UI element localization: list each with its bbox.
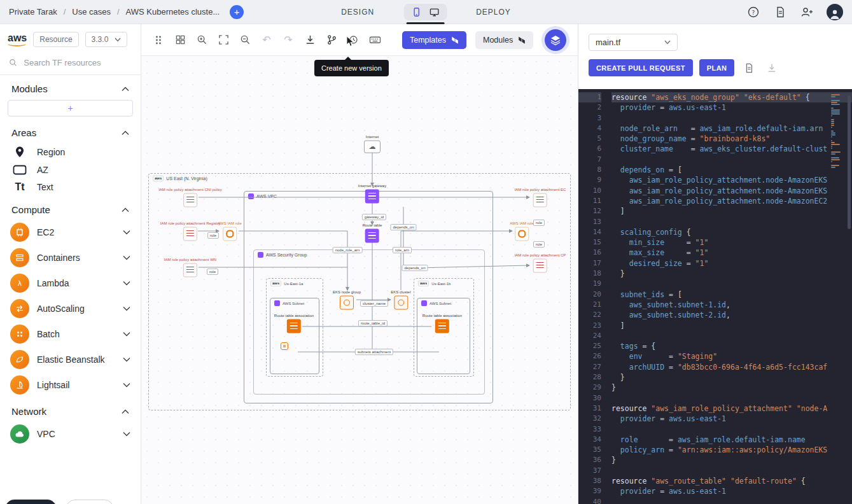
docs-icon[interactable] [773,5,787,19]
code-line[interactable]: resource "aws_route_table" "default-rout… [611,476,852,486]
code-line[interactable]: aws_subnet.subnet-1.id, [611,300,852,310]
section-modules[interactable]: Modules [0,75,141,99]
code-line[interactable]: tags = { [611,341,852,351]
plan-button[interactable]: PLAN [699,59,735,76]
sidebar-item-elastic-beanstalk[interactable]: Elastic Beanstalk [0,347,141,372]
code-line[interactable]: } [611,455,852,465]
subnet-extra-icon[interactable] [281,342,288,350]
search-input[interactable] [22,57,132,68]
breadcrumb-architecture[interactable]: AWS Kubernetes cluste... [126,7,220,17]
code-line[interactable]: provider = aws.us-east-1 [611,102,852,113]
code-line[interactable] [611,466,852,476]
create-pull-request-button[interactable]: CREATE PULL REQUEST [589,59,693,76]
code-line[interactable]: cluster_name = aws_eks_cluster.default-c… [611,144,852,154]
code-line[interactable] [611,497,852,504]
editor-scrollbar[interactable] [848,95,851,229]
download-code-icon[interactable] [764,60,780,76]
eks-node-group-node[interactable]: EKS node group [333,290,361,310]
route-table-association-2[interactable]: Route table association [423,314,462,333]
route-table-association-1[interactable]: Route table association [274,314,314,333]
chevron-down-icon[interactable] [123,255,130,260]
code-line[interactable]: aws_iam_role_policy_attachment.node-Amaz… [611,175,852,185]
chevron-up-icon[interactable] [122,87,129,92]
code-line[interactable]: } [611,269,852,279]
variables-button[interactable]: Variables [5,500,57,504]
code-line[interactable]: resource "aws_iam_role_policy_attachment… [611,403,852,414]
zoom-in-icon[interactable] [192,31,211,49]
templates-button[interactable]: Templates [402,31,466,49]
code-line[interactable]: archUUID = "db83bcc0-696a-4f64-a6d5-fcc1… [611,362,852,372]
breadcrumb-workspace[interactable]: Private Tarak [9,7,57,17]
chevron-down-icon[interactable] [123,357,130,362]
code-line[interactable]: } [611,372,852,382]
fit-view-icon[interactable] [214,31,233,49]
code-line[interactable]: } [611,382,852,393]
code-line[interactable] [611,331,852,341]
redo-icon[interactable]: ↷ [279,31,298,49]
code-lines[interactable]: resource "aws_eks_node_group" "eks-defau… [605,92,852,504]
sidebar-item-az[interactable]: AZ [0,162,141,178]
grid-toggle-icon[interactable] [171,31,190,49]
iam-attachment-cni-policy[interactable]: IAM role policy attachment CNI policy [158,188,222,207]
file-select[interactable]: main.tf [589,34,678,51]
code-line[interactable] [611,424,852,435]
code-line[interactable]: node_group_name = "brainboard-k8s" [611,134,852,144]
layers-button[interactable] [545,29,566,51]
section-areas[interactable]: Areas [0,119,141,143]
provider-version-select[interactable]: 3.3.0 [85,32,128,47]
outputs-button[interactable]: Outputs [66,500,114,504]
code-line[interactable]: aws_iam_role_policy_attachment.node-Amaz… [611,196,852,206]
iam-attachment-ec[interactable]: IAM role policy attachment EC [515,188,566,207]
diagram-area[interactable]: awsUS East (N. Virginia) AWS VPC AWS Sec… [141,56,578,504]
internet-node[interactable]: Internet [364,135,381,153]
sidebar-item-containers[interactable]: Containers [0,245,141,270]
section-network[interactable]: Network [0,398,141,421]
code-line[interactable]: subnet_ids = [ [611,290,852,300]
desktop-view-icon[interactable] [429,7,439,17]
view-toggle[interactable] [403,4,447,20]
code-line[interactable]: max_size = "1" [611,248,852,258]
file-diff-icon[interactable] [741,60,757,76]
code-line[interactable]: policy_arn = "arn:aws:iam::aws:policy/Am… [611,445,852,455]
chevron-down-icon[interactable] [123,332,130,337]
code-line[interactable]: depends_on = [ [611,165,852,175]
user-avatar[interactable] [827,4,843,20]
code-line[interactable]: aws_iam_role_policy_attachment.node-Amaz… [611,186,852,196]
breadcrumb-use-cases[interactable]: Use cases [72,7,111,17]
add-module-button[interactable]: + [8,100,133,116]
tab-deploy[interactable]: DEPLOY [476,8,511,17]
code-line[interactable]: ] [611,206,852,216]
section-compute[interactable]: Compute [0,196,141,220]
code-line[interactable]: node_role_arn = aws_iam_role.default-iam… [611,123,852,134]
code-line[interactable]: scaling_config { [611,227,852,237]
code-line[interactable]: ] [611,321,852,331]
modules-button[interactable]: Modules [475,31,533,49]
keyboard-shortcuts-icon[interactable] [365,31,384,49]
invite-user-icon[interactable] [800,5,814,19]
code-line[interactable]: env = "Staging" [611,351,852,361]
code-line[interactable]: desired_size = "1" [611,258,852,269]
route-table-node[interactable]: Route table [363,223,382,243]
code-line[interactable]: resource "aws_eks_node_group" "eks-defau… [611,92,852,102]
sidebar-item-text[interactable]: Tt Text [0,178,141,196]
code-line[interactable]: provider = aws.us-east-1 [611,414,852,424]
aws-iam-role-left[interactable]: AWS IAM role [218,221,241,241]
eks-cluster-node[interactable]: EKS cluster [391,290,410,310]
create-version-icon[interactable] [322,31,341,49]
sidebar-item-ec2[interactable]: EC2 [0,220,141,245]
aws-iam-role-right[interactable]: AWS IAM role [510,221,533,241]
sidebar-item-batch[interactable]: Batch [0,321,141,347]
minimap[interactable] [831,94,845,170]
tab-design[interactable]: DESIGN [341,8,374,17]
iam-attachment-cp[interactable]: IAM role policy attachment CP [515,253,566,273]
chevron-down-icon[interactable] [123,281,130,286]
code-line[interactable] [611,155,852,165]
sidebar-item-vpc[interactable]: VPC [0,421,141,447]
new-architecture-button[interactable]: + [230,5,244,19]
sidebar-item-lambda[interactable]: λ Lambda [0,270,141,296]
code-line[interactable]: role = aws_iam_role.default-iam.name [611,435,852,445]
code-editor[interactable]: 1234567891011121314151617181920212223242… [578,89,852,504]
chevron-up-icon[interactable] [122,130,129,136]
mobile-view-icon[interactable] [411,7,421,17]
code-line[interactable] [611,113,852,123]
